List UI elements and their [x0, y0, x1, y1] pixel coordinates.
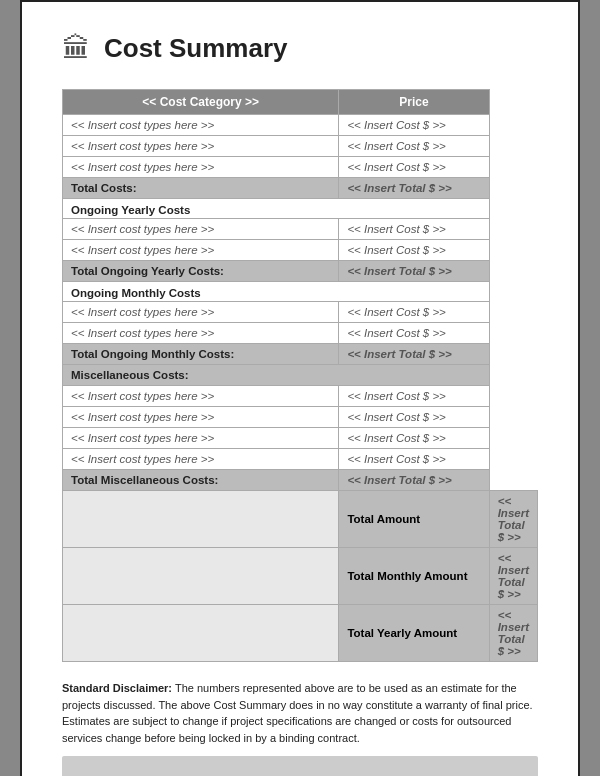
cell-cat: << Insert cost types here >> — [63, 428, 339, 449]
summary-monthly-label: Total Monthly Amount — [339, 548, 489, 605]
summary-yearly-label: Total Yearly Amount — [339, 605, 489, 662]
cell-price: << Insert Cost $ >> — [339, 386, 489, 407]
cell-cat: << Insert cost types here >> — [63, 407, 339, 428]
cost-table: << Cost Category >> Price << Insert cost… — [62, 89, 538, 662]
table-row: << Insert cost types here >> << Insert C… — [63, 407, 538, 428]
total-label: Total Ongoing Yearly Costs: — [63, 261, 339, 282]
table-row: << Insert cost types here >> << Insert C… — [63, 302, 538, 323]
section-label-row: Ongoing Yearly Costs — [63, 199, 538, 219]
summary-empty-cell2 — [63, 548, 339, 605]
cell-price: << Insert Cost $ >> — [339, 240, 489, 261]
total-value: << Insert Total $ >> — [339, 470, 489, 491]
page-title: Cost Summary — [104, 33, 288, 64]
table-row: << Insert cost types here >> << Insert C… — [63, 386, 538, 407]
cell-cat: << Insert cost types here >> — [63, 115, 339, 136]
cell-price: << Insert Cost $ >> — [339, 323, 489, 344]
total-row: Total Ongoing Yearly Costs: << Insert To… — [63, 261, 538, 282]
placeholder-bar-1 — [62, 756, 538, 776]
misc-label: Miscellaneous Costs: — [63, 365, 490, 386]
cell-price: << Insert Cost $ >> — [339, 115, 489, 136]
total-row: Total Ongoing Monthly Costs: << Insert T… — [63, 344, 538, 365]
cell-price: << Insert Cost $ >> — [339, 407, 489, 428]
section-label-row: Ongoing Monthly Costs — [63, 282, 538, 302]
page: 🏛 Cost Summary << Cost Category >> Price… — [20, 0, 580, 776]
section-label: Ongoing Monthly Costs — [63, 282, 490, 302]
summary-monthly-value: << Insert Total $ >> — [489, 548, 537, 605]
cell-cat: << Insert cost types here >> — [63, 386, 339, 407]
cell-price: << Insert Cost $ >> — [339, 157, 489, 178]
cell-cat: << Insert cost types here >> — [63, 323, 339, 344]
col-category-header: << Cost Category >> — [63, 90, 339, 115]
total-row: Total Miscellaneous Costs: << Insert Tot… — [63, 470, 538, 491]
misc-label-row: Miscellaneous Costs: — [63, 365, 538, 386]
summary-row-monthly-amount: Total Monthly Amount << Insert Total $ >… — [63, 548, 538, 605]
summary-empty-cell3 — [63, 605, 339, 662]
total-value: << Insert Total $ >> — [339, 261, 489, 282]
total-row: Total Costs: << Insert Total $ >> — [63, 178, 538, 199]
table-row: << Insert cost types here >> << Insert C… — [63, 240, 538, 261]
total-label: Total Costs: — [63, 178, 339, 199]
total-label: Total Miscellaneous Costs: — [63, 470, 339, 491]
col-price-header: Price — [339, 90, 489, 115]
cell-cat: << Insert cost types here >> — [63, 136, 339, 157]
disclaimer-label: Standard Disclaimer: — [62, 682, 172, 694]
cell-price: << Insert Cost $ >> — [339, 449, 489, 470]
total-value: << Insert Total $ >> — [339, 178, 489, 199]
cell-cat: << Insert cost types here >> — [63, 302, 339, 323]
cell-cat: << Insert cost types here >> — [63, 157, 339, 178]
summary-row-yearly-amount: Total Yearly Amount << Insert Total $ >> — [63, 605, 538, 662]
summary-total-amount-value: << Insert Total $ >> — [489, 491, 537, 548]
disclaimer-block: Standard Disclaimer: The numbers represe… — [62, 680, 538, 746]
page-header: 🏛 Cost Summary — [62, 32, 538, 65]
summary-empty-cell — [63, 491, 339, 548]
cell-cat: << Insert cost types here >> — [63, 219, 339, 240]
total-value: << Insert Total $ >> — [339, 344, 489, 365]
summary-total-amount-label: Total Amount — [339, 491, 489, 548]
summary-row-total-amount: Total Amount << Insert Total $ >> — [63, 491, 538, 548]
table-row: << Insert cost types here >> << Insert C… — [63, 323, 538, 344]
summary-yearly-value: << Insert Total $ >> — [489, 605, 537, 662]
table-row: << Insert cost types here >> << Insert C… — [63, 115, 538, 136]
cell-cat: << Insert cost types here >> — [63, 449, 339, 470]
table-row: << Insert cost types here >> << Insert C… — [63, 428, 538, 449]
cell-price: << Insert Cost $ >> — [339, 219, 489, 240]
cost-summary-icon: 🏛 — [62, 32, 90, 65]
cell-price: << Insert Cost $ >> — [339, 136, 489, 157]
table-row: << Insert cost types here >> << Insert C… — [63, 449, 538, 470]
section-label: Ongoing Yearly Costs — [63, 199, 490, 219]
cell-price: << Insert Cost $ >> — [339, 302, 489, 323]
table-row: << Insert cost types here >> << Insert C… — [63, 157, 538, 178]
table-header-row: << Cost Category >> Price — [63, 90, 538, 115]
cell-price: << Insert Cost $ >> — [339, 428, 489, 449]
cell-cat: << Insert cost types here >> — [63, 240, 339, 261]
table-row: << Insert cost types here >> << Insert C… — [63, 219, 538, 240]
total-label: Total Ongoing Monthly Costs: — [63, 344, 339, 365]
table-row: << Insert cost types here >> << Insert C… — [63, 136, 538, 157]
